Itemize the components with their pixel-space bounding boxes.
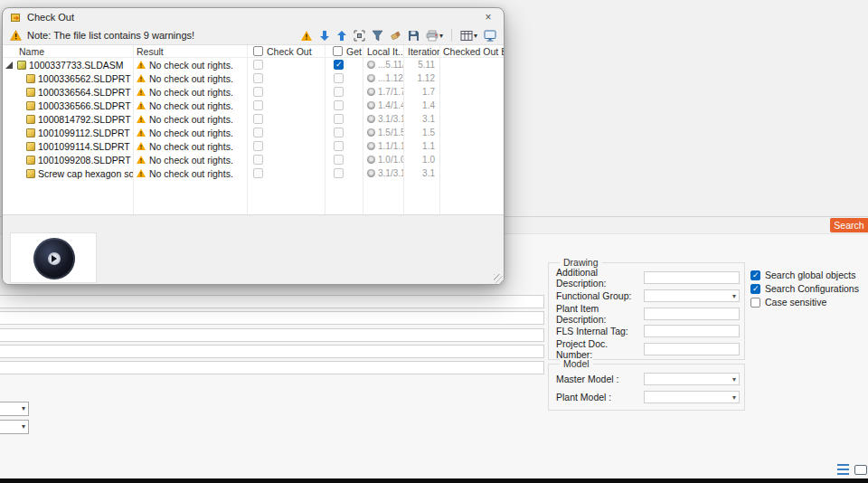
project-doc-number-input[interactable] bbox=[644, 343, 740, 355]
get-checkbox[interactable] bbox=[334, 141, 344, 151]
search-global-objects-checkbox[interactable] bbox=[750, 270, 760, 280]
checkout-checkbox[interactable] bbox=[253, 128, 263, 137]
view-options-caret[interactable]: ▾ bbox=[474, 32, 477, 40]
result-warning-icon: ! bbox=[137, 61, 146, 69]
checkout-checkbox[interactable] bbox=[253, 60, 263, 70]
fls-internal-tag-label: FLS Internal Tag: bbox=[556, 326, 644, 336]
master-model-select[interactable] bbox=[644, 373, 740, 385]
screen-icon[interactable] bbox=[484, 30, 496, 42]
get-checkbox[interactable] bbox=[334, 100, 344, 110]
search-configurations-checkbox[interactable] bbox=[750, 284, 760, 294]
iteration-value: 1.1 bbox=[403, 139, 439, 153]
column-result[interactable]: Result bbox=[133, 46, 247, 57]
checkout-checkbox[interactable] bbox=[253, 73, 263, 83]
case-sensitive-option[interactable]: Case sensitive bbox=[750, 297, 826, 308]
file-row[interactable]: 1000336566.SLDPRT ! No check out rights. bbox=[3, 99, 505, 112]
local-version-icon bbox=[367, 88, 375, 96]
list-view-icon[interactable] bbox=[837, 464, 849, 475]
checked-out-by-value bbox=[439, 58, 505, 71]
local-iteration-value: 1.1/1.1 bbox=[378, 141, 403, 151]
screen-view-icon[interactable] bbox=[854, 465, 867, 475]
file-row[interactable]: 1001099114.SLDPRT ! No check out rights. bbox=[3, 139, 505, 153]
file-row[interactable]: Screw cap hexagon socke... ! No check ou… bbox=[3, 166, 505, 180]
checkout-checkbox[interactable] bbox=[253, 114, 263, 124]
file-row[interactable]: 1000814792.SLDPRT ! No check out rights. bbox=[3, 112, 505, 126]
get-checkbox[interactable] bbox=[334, 155, 344, 165]
move-down-icon[interactable] bbox=[319, 30, 330, 42]
print-icon[interactable]: ▾ bbox=[426, 30, 443, 42]
file-row[interactable]: 1000336564.SLDPRT ! No check out rights. bbox=[3, 85, 505, 99]
local-version-icon bbox=[367, 101, 375, 109]
fls-internal-tag-input[interactable] bbox=[644, 325, 740, 337]
local-iteration-value: 1.5/1.5 bbox=[378, 128, 403, 137]
search-configurations-label: Search Configurations bbox=[765, 283, 859, 294]
get-all-checkbox[interactable] bbox=[333, 46, 343, 56]
case-sensitive-checkbox[interactable] bbox=[750, 298, 760, 308]
checkout-checkbox[interactable] bbox=[253, 168, 263, 178]
functional-group-label: Functional Group: bbox=[556, 290, 644, 301]
file-row[interactable]: 1001099208.SLDPRT ! No check out rights. bbox=[3, 153, 505, 166]
checked-out-by-value bbox=[439, 85, 505, 99]
file-row[interactable]: 1000336562.SLDPRT ! No check out rights. bbox=[3, 71, 505, 85]
search-field-2[interactable] bbox=[0, 311, 544, 325]
result-warning-icon: ! bbox=[137, 101, 146, 109]
project-doc-number-label: Project Doc. Number: bbox=[556, 338, 644, 360]
file-list: Name Result Check Out Get Local It... It… bbox=[3, 45, 505, 215]
plant-item-description-input[interactable] bbox=[644, 308, 740, 320]
cad-file-icon bbox=[26, 156, 35, 165]
functional-group-select[interactable] bbox=[644, 289, 740, 302]
save-icon[interactable] bbox=[408, 30, 420, 42]
resize-grip[interactable] bbox=[494, 274, 503, 283]
file-name: 1001099112.SLDPRT bbox=[38, 128, 130, 138]
checkout-checkbox[interactable] bbox=[253, 141, 263, 151]
column-checked-out-by[interactable]: Checked Out By bbox=[439, 46, 505, 57]
search-field-1[interactable] bbox=[0, 295, 544, 308]
get-checkbox[interactable] bbox=[334, 168, 344, 178]
file-row[interactable]: 1000337733.SLDASM ! No check out rights. bbox=[3, 58, 505, 71]
get-checkbox[interactable] bbox=[334, 60, 344, 70]
search-field-4[interactable] bbox=[0, 345, 544, 358]
move-up-icon[interactable] bbox=[336, 30, 347, 42]
column-iteration[interactable]: Iteration bbox=[403, 46, 439, 57]
checkout-checkbox[interactable] bbox=[253, 87, 263, 97]
column-local-iteration[interactable]: Local It... bbox=[363, 46, 403, 57]
checkout-checkbox[interactable] bbox=[253, 155, 263, 165]
local-iteration-value: ...5.11/ bbox=[378, 60, 403, 70]
case-sensitive-label: Case sensitive bbox=[765, 297, 826, 308]
erase-icon[interactable] bbox=[390, 30, 401, 42]
result-text: No check out rights. bbox=[149, 128, 233, 138]
warning-note-text: Note: The file list contains 9 warnings! bbox=[27, 30, 194, 41]
warnings-filter-icon[interactable] bbox=[300, 30, 313, 42]
search-global-objects-option[interactable]: Search global objects bbox=[750, 270, 855, 280]
get-checkbox[interactable] bbox=[334, 87, 344, 97]
additional-description-input[interactable] bbox=[644, 271, 740, 284]
file-name: 1000337733.SLDASM bbox=[29, 60, 124, 71]
filter-combobox-2[interactable] bbox=[0, 420, 29, 434]
column-get[interactable]: Get bbox=[325, 46, 363, 57]
checkout-all-checkbox[interactable] bbox=[253, 46, 263, 56]
search-button[interactable]: Search bbox=[830, 218, 868, 232]
view-options-icon[interactable]: ▾ bbox=[460, 30, 477, 42]
search-field-3[interactable] bbox=[0, 328, 544, 342]
filter-combobox-1[interactable] bbox=[0, 402, 29, 416]
dialog-toolbar: ▾ ▾ bbox=[300, 29, 496, 42]
file-name: Screw cap hexagon socke... bbox=[38, 168, 133, 179]
column-name[interactable]: Name bbox=[3, 46, 133, 57]
get-checkbox[interactable] bbox=[334, 73, 344, 83]
file-row[interactable]: 1001099112.SLDPRT ! No check out rights. bbox=[3, 126, 505, 139]
plant-model-select[interactable] bbox=[644, 391, 740, 403]
file-name: 1001099114.SLDPRT bbox=[38, 141, 130, 152]
close-icon[interactable]: × bbox=[480, 11, 496, 24]
local-version-icon bbox=[367, 128, 375, 137]
get-checkbox[interactable] bbox=[334, 114, 344, 124]
tree-expander-icon[interactable] bbox=[5, 62, 13, 69]
checkout-checkbox[interactable] bbox=[253, 100, 263, 110]
search-field-5[interactable] bbox=[0, 361, 544, 374]
print-dropdown-caret[interactable]: ▾ bbox=[439, 32, 443, 40]
search-configurations-option[interactable]: Search Configurations bbox=[750, 283, 859, 294]
filter-icon[interactable] bbox=[372, 30, 383, 42]
expand-icon[interactable] bbox=[354, 30, 365, 42]
column-checkout[interactable]: Check Out bbox=[247, 46, 325, 57]
warning-icon bbox=[10, 30, 22, 41]
get-checkbox[interactable] bbox=[334, 128, 344, 137]
